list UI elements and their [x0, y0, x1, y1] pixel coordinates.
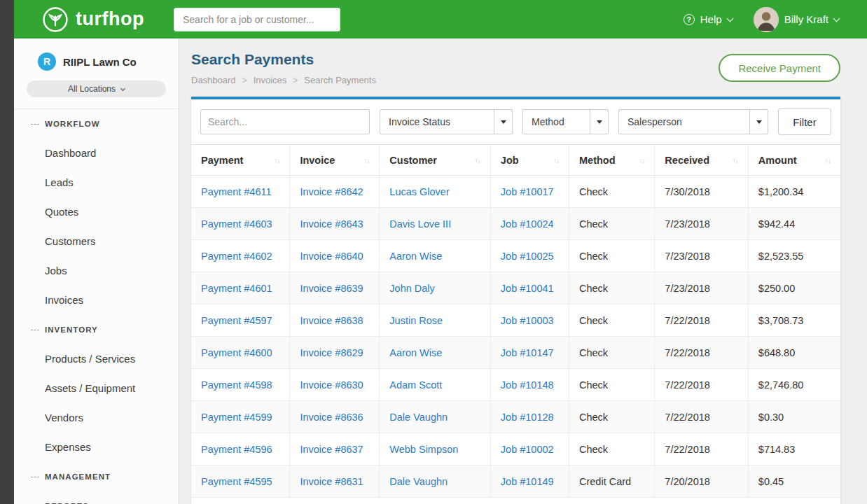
column-header-customer[interactable]: Customer↑↓: [380, 145, 491, 176]
column-header-received[interactable]: Received↑↓: [655, 145, 748, 176]
customer-link[interactable]: John Daly: [389, 283, 434, 294]
job-link[interactable]: Job #10041: [501, 283, 554, 294]
customer-link[interactable]: Aaron Wise: [389, 251, 442, 262]
payment-link[interactable]: Payment #4600: [201, 347, 272, 358]
column-header-method[interactable]: Method↑↓: [569, 145, 654, 176]
sort-icon[interactable]: ↑↓: [553, 157, 559, 164]
sidebar-item-quotes[interactable]: Quotes: [14, 197, 179, 227]
method-select[interactable]: Method: [522, 109, 609, 134]
help-menu[interactable]: ? Help: [684, 13, 733, 25]
salesperson-select[interactable]: Salesperson: [618, 109, 768, 134]
method-value: Method: [532, 116, 564, 127]
job-link[interactable]: Job #10149: [501, 476, 554, 487]
cell-invoice: Invoice #8638: [290, 304, 380, 337]
sidebar-item-jobs[interactable]: Jobs: [14, 256, 179, 286]
brand-logo[interactable]: turfhop: [42, 6, 144, 33]
table-search-input[interactable]: [200, 109, 370, 134]
column-header-invoice[interactable]: Invoice↑↓: [290, 145, 380, 176]
customer-link[interactable]: Lucas Glover: [389, 186, 449, 197]
payment-link[interactable]: Payment #4599: [201, 412, 272, 423]
sort-icon[interactable]: ↑↓: [639, 157, 644, 164]
table-row: Payment #4603Invoice #8643Davis Love III…: [191, 208, 840, 240]
sidebar-item-assets-equipment[interactable]: Assets / Equipment: [14, 374, 179, 403]
table-row: Payment #4600Invoice #8629Aaron WiseJob …: [191, 337, 840, 369]
cell-job: Job #10025: [490, 240, 569, 272]
sidebar-item-customers[interactable]: Customers: [14, 227, 179, 256]
job-link[interactable]: Job #10148: [501, 379, 554, 391]
sort-icon[interactable]: ↑↓: [825, 157, 831, 164]
sidebar-item-dashboard[interactable]: Dashboard: [14, 139, 179, 168]
invoice-link[interactable]: Invoice #8640: [300, 251, 363, 262]
column-label: Payment: [201, 155, 243, 166]
column-header-amount[interactable]: Amount↑↓: [748, 145, 840, 176]
customer-link[interactable]: Webb Simpson: [389, 444, 458, 455]
user-menu[interactable]: Billy Kraft: [754, 7, 839, 32]
breadcrumb-item-dashboard[interactable]: Dashboard: [191, 75, 236, 85]
payment-link[interactable]: Payment #4611: [201, 186, 272, 197]
customer-link[interactable]: Adam Scott: [389, 379, 442, 391]
job-link[interactable]: Job #10025: [501, 251, 554, 262]
customer-link[interactable]: Dale Vaughn: [389, 476, 448, 487]
cell-payment: Payment #4601: [191, 272, 290, 304]
sidebar-item-expenses[interactable]: Expenses: [14, 433, 179, 462]
chevron-down-icon: [120, 85, 125, 90]
job-link[interactable]: Job #10128: [501, 412, 554, 423]
receive-payment-button[interactable]: Receive Payment: [719, 54, 840, 82]
company-header[interactable]: R RIIPL Lawn Co: [14, 38, 179, 71]
customer-link[interactable]: Aaron Wise: [389, 347, 442, 358]
invoice-link[interactable]: Invoice #8637: [300, 444, 363, 455]
job-link[interactable]: Job #10024: [501, 218, 554, 230]
cell-amount: $2,746.80: [748, 369, 840, 401]
global-search-input[interactable]: [174, 8, 340, 31]
customer-link[interactable]: Justin Rose: [389, 315, 443, 326]
payment-link[interactable]: Payment #4596: [201, 444, 272, 455]
sidebar-item-vendors[interactable]: Vendors: [14, 403, 179, 433]
invoice-link[interactable]: Invoice #8631: [300, 476, 363, 487]
location-selector-label: All Locations: [68, 84, 116, 94]
job-link[interactable]: Job #10003: [501, 315, 554, 326]
filter-button[interactable]: Filter: [778, 108, 831, 135]
column-header-job[interactable]: Job↑↓: [490, 145, 569, 176]
sidebar-item-products-services[interactable]: Products / Services: [14, 344, 179, 374]
invoice-link[interactable]: Invoice #8629: [300, 347, 363, 358]
payment-link[interactable]: Payment #4598: [201, 379, 272, 391]
invoice-link[interactable]: Invoice #8643: [300, 218, 363, 230]
cell-received: 7/22/2018: [655, 433, 748, 465]
invoice-link[interactable]: Invoice #8638: [300, 315, 363, 326]
job-link[interactable]: Job #10017: [501, 186, 554, 197]
payment-link[interactable]: Payment #4595: [201, 476, 272, 487]
payment-link[interactable]: Payment #4602: [201, 251, 272, 262]
column-header-payment[interactable]: Payment↑↓: [191, 145, 290, 176]
turfhop-logo-icon: [42, 6, 69, 33]
payment-link[interactable]: Payment #4603: [201, 218, 272, 230]
sort-icon[interactable]: ↑↓: [733, 157, 738, 164]
invoice-link[interactable]: Invoice #8636: [300, 412, 363, 423]
invoice-link[interactable]: Invoice #8642: [300, 186, 363, 197]
invoice-link[interactable]: Invoice #8630: [300, 379, 363, 391]
table-row: Payment #4595Invoice #8631Dale VaughnJob…: [191, 465, 840, 498]
sort-icon[interactable]: ↑↓: [363, 157, 369, 164]
payment-link[interactable]: Payment #4597: [201, 315, 272, 326]
company-name: RIIPL Lawn Co: [63, 56, 137, 68]
payment-link[interactable]: Payment #4601: [201, 283, 272, 294]
cell-payment: Payment #4600: [191, 337, 290, 369]
job-link[interactable]: Job #10002: [501, 444, 554, 455]
sort-icon[interactable]: ↑↓: [274, 157, 279, 164]
sort-icon[interactable]: ↑↓: [475, 157, 480, 164]
invoice-link[interactable]: Invoice #8639: [300, 283, 363, 294]
sidebar-item-invoices[interactable]: Invoices: [14, 286, 179, 315]
invoice-status-value: Invoice Status: [389, 116, 450, 127]
cell-received: 7/23/2018: [655, 208, 748, 240]
customer-link[interactable]: Davis Love III: [389, 218, 451, 230]
breadcrumb-item-invoices[interactable]: Invoices: [254, 75, 287, 85]
job-link[interactable]: Job #10147: [501, 347, 554, 358]
invoice-status-select[interactable]: Invoice Status: [380, 109, 513, 134]
help-icon: ?: [684, 14, 695, 25]
sidebar-item-leads[interactable]: Leads: [14, 168, 179, 197]
location-selector[interactable]: All Locations: [27, 80, 166, 97]
page-header: Search Payments Dashboard>Invoices>Searc…: [191, 51, 840, 85]
cell-customer: John Daly: [380, 272, 491, 304]
column-label: Received: [665, 155, 709, 166]
cell-payment: Payment #4603: [191, 208, 290, 240]
customer-link[interactable]: Dale Vaughn: [389, 412, 448, 423]
